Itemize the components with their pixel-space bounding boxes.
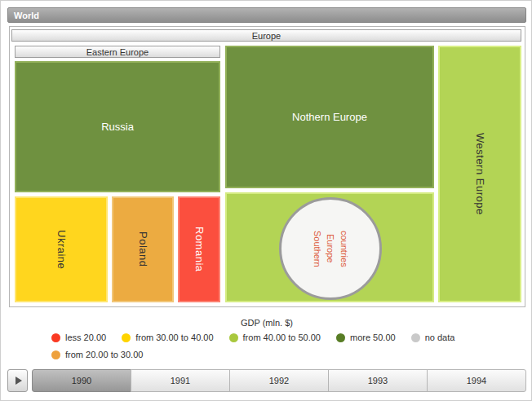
legend-item-more-50[interactable]: more 50.00 [336,333,396,342]
legend-swatch-icon [411,333,420,342]
legend-item-no-data[interactable]: no data [411,333,455,342]
treemap-cell-romania[interactable]: Romania [178,196,220,302]
timeline: 1990 1991 1992 1993 1994 [7,369,526,392]
legend-item-label: from 30.00 to 40.00 [135,333,213,342]
year-button-1993[interactable]: 1993 [328,369,428,392]
treemap-cell-russia[interactable]: Russia [15,61,220,192]
year-button-1994[interactable]: 1994 [427,369,526,392]
legend-item-label: from 40.00 to 50.00 [243,333,321,342]
legend: less 20.00 from 30.00 to 40.00 from 40.0… [51,333,521,367]
legend-row-2: from 20.00 to 30.00 [51,350,521,359]
year-button-1992[interactable]: 1992 [229,369,329,392]
cell-label-romania: Romania [193,227,206,272]
legend-item-20-30[interactable]: from 20.00 to 30.00 [51,350,143,359]
legend-item-label: from 20.00 to 30.00 [65,350,143,359]
cell-label-poland: Poland [137,231,149,267]
year-selector: 1990 1991 1992 1993 1994 [32,369,526,392]
southern-europe-circle[interactable]: Southern Europe countries [279,197,382,300]
play-icon [16,377,22,385]
treemap-header-eastern-europe[interactable]: Eastern Europe [15,46,220,58]
treemap-europe-group: Europe Eastern Europe Russia Ukraine Pol… [9,26,525,307]
legend-item-label: less 20.00 [65,333,106,342]
cell-label-russia: Russia [101,121,134,133]
treemap-cell-northern-europe[interactable]: Nothern Europe [225,46,434,188]
legend-swatch-icon [51,333,60,342]
treemap-cell-poland[interactable]: Poland [112,196,174,302]
treemap-widget: World Europe Eastern Europe Russia Ukrai… [0,0,532,401]
treemap-header-europe[interactable]: Europe [11,29,521,42]
cell-label-southern-europe: Southern Europe countries [310,216,351,281]
legend-row-1: less 20.00 from 30.00 to 40.00 from 40.0… [51,333,521,342]
cell-label-western-europe: Western Europe [474,133,486,215]
legend-swatch-icon [122,333,131,342]
legend-title: GDP (mln. $) [1,318,532,328]
legend-item-40-50[interactable]: from 40.00 to 50.00 [229,333,321,342]
cell-label-ukraine: Ukraine [55,230,68,269]
cell-label-northern-europe: Nothern Europe [292,111,367,123]
legend-swatch-icon [51,350,60,359]
legend-item-label: no data [425,333,455,342]
treemap-cell-western-europe[interactable]: Western Europe [438,46,521,302]
legend-swatch-icon [229,333,238,342]
play-button[interactable] [7,369,28,392]
legend-item-30-40[interactable]: from 30.00 to 40.00 [122,333,213,342]
year-button-1991[interactable]: 1991 [131,369,230,392]
legend-item-label: more 50.00 [350,333,396,342]
treemap-cell-ukraine[interactable]: Ukraine [15,196,108,302]
legend-item-less-20[interactable]: less 20.00 [51,333,106,342]
breadcrumb-world[interactable]: World [7,7,526,23]
year-button-1990[interactable]: 1990 [32,369,131,392]
treemap-cell-southern-europe[interactable]: Southern Europe countries [225,192,434,302]
legend-swatch-icon [336,333,345,342]
